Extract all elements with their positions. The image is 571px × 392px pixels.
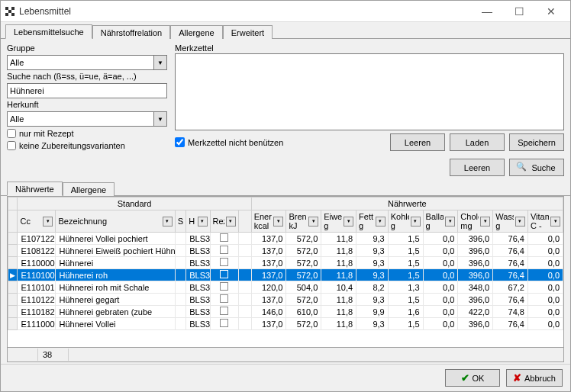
table-row[interactable]: E110000HühnereiBLS3137,0572,011,89,31,50… xyxy=(8,257,563,269)
chk-keine-zubereitung[interactable]: keine Zubereitungsvarianten xyxy=(7,140,167,151)
row-indicator xyxy=(8,294,18,306)
rezept-checkbox[interactable] xyxy=(220,258,228,266)
col-header-energ[interactable]: Energkcal▾ xyxy=(251,210,286,233)
close-button[interactable]: ✕ xyxy=(535,2,567,21)
suche-button[interactable]: Suche xyxy=(509,159,564,176)
cell-energ: 137,0 xyxy=(251,269,286,281)
cell-bez: Hühnerei Eiweiß pochiert Hühn xyxy=(56,245,175,257)
col-header-sy[interactable]: Sy xyxy=(175,210,186,233)
sort-icon[interactable]: ▾ xyxy=(550,217,560,227)
table-row[interactable]: ▶E110100Hühnerei rohBLS3137,0572,011,89,… xyxy=(8,269,563,281)
col-header-bez[interactable]: Bezeichnung▾ xyxy=(56,210,175,233)
table-row[interactable]: E110182Hühnerei gebraten (zubeBLS3146,06… xyxy=(8,306,563,318)
rezept-checkbox[interactable] xyxy=(220,270,228,278)
grid-area: StandardNährwerteCc▾Bezeichnung▾SyH▾Reze… xyxy=(1,196,570,364)
cell-chole: 396,0 xyxy=(458,257,493,269)
sort-icon[interactable]: ▾ xyxy=(198,217,208,227)
leeren-button-merk[interactable]: Leeren xyxy=(390,133,445,151)
results-grid[interactable]: StandardNährwerteCc▾Bezeichnung▾SyH▾Reze… xyxy=(7,196,564,348)
cell-vitc: 0,0 xyxy=(527,318,563,330)
tab-allergene[interactable]: Allergene xyxy=(170,25,222,39)
sort-icon[interactable]: ▾ xyxy=(43,217,53,227)
nur-mit-rezept-checkbox[interactable] xyxy=(7,129,16,138)
gruppe-field[interactable] xyxy=(7,55,153,70)
rezept-checkbox[interactable] xyxy=(220,307,228,315)
sort-icon[interactable]: ▾ xyxy=(515,217,525,227)
gruppe-combo[interactable]: ▼ xyxy=(7,55,167,70)
col-header-h[interactable]: H▾ xyxy=(186,210,210,233)
herkunft-field[interactable] xyxy=(7,111,153,127)
sort-icon[interactable]: ▾ xyxy=(226,217,236,227)
herkunft-combo[interactable]: ▼ xyxy=(7,111,167,127)
table-row[interactable]: E108122Hühnerei Eiweiß pochiert HühnBLS3… xyxy=(8,245,563,257)
cell-blank xyxy=(238,269,251,281)
col-header-eiweiss[interactable]: Eiweißg▾ xyxy=(321,210,356,233)
cell-brenn: 572,0 xyxy=(286,269,321,281)
tab-naehrstoffrelation[interactable]: Nährstoffrelation xyxy=(92,25,171,39)
cell-code: E111000 xyxy=(18,318,56,330)
sort-icon[interactable]: ▾ xyxy=(344,217,353,227)
cell-energ: 137,0 xyxy=(251,257,286,269)
col-header-fett[interactable]: Fettg▾ xyxy=(356,210,389,233)
tab-naehrwerte[interactable]: Nährwerte xyxy=(7,182,63,196)
cell-sy xyxy=(175,294,186,306)
col-header-wasser[interactable]: Wasseg▾ xyxy=(493,210,528,233)
rezept-checkbox[interactable] xyxy=(220,319,228,327)
cell-energ: 120,0 xyxy=(251,281,286,294)
chk-nur-mit-rezept[interactable]: nur mit Rezept xyxy=(7,128,167,139)
rezept-checkbox[interactable] xyxy=(220,233,228,242)
chk-merkzettel-nicht[interactable]: Merkzettel nicht benützen xyxy=(175,137,386,147)
mid-button-bar: Leeren Suche xyxy=(1,154,570,181)
sort-icon[interactable]: ▾ xyxy=(480,217,490,227)
laden-button[interactable]: Laden xyxy=(450,133,505,151)
keine-zubereitung-checkbox[interactable] xyxy=(7,141,16,150)
abbruch-label: Abbruch xyxy=(524,374,556,383)
tab-erweitert[interactable]: Erweitert xyxy=(223,25,273,39)
leeren-button[interactable]: Leeren xyxy=(450,159,505,176)
herkunft-dropdown-icon[interactable]: ▼ xyxy=(153,111,167,127)
rezept-checkbox[interactable] xyxy=(220,246,228,254)
col-header-rezep[interactable]: Rezep▾ xyxy=(210,210,238,233)
col-header-blank[interactable] xyxy=(238,210,251,233)
sort-icon[interactable]: ▾ xyxy=(273,217,283,227)
abbruch-button[interactable]: ✘ Abbruch xyxy=(506,369,563,387)
cell-eiweiss: 10,4 xyxy=(321,281,356,294)
cell-rezep xyxy=(210,257,238,269)
cell-ballast: 0,0 xyxy=(423,245,458,257)
rezept-checkbox[interactable] xyxy=(220,294,228,303)
speichern-button[interactable]: Speichern xyxy=(509,133,564,151)
row-indicator xyxy=(8,318,18,330)
cell-brenn: 572,0 xyxy=(286,245,321,257)
ok-button[interactable]: ✔ OK xyxy=(445,369,500,387)
minimize-button[interactable]: — xyxy=(471,2,503,21)
col-header-brenn[interactable]: BrennkJ▾ xyxy=(286,210,321,233)
merkzettel-nicht-checkbox[interactable] xyxy=(175,137,185,147)
table-row[interactable]: E107122Hühnerei Vollei pochiertBLS3137,0… xyxy=(8,233,563,245)
cell-kohle: 1,6 xyxy=(388,306,423,318)
gruppe-dropdown-icon[interactable]: ▼ xyxy=(153,55,167,70)
col-header-vitc[interactable]: VitamiC -▾ xyxy=(527,210,563,233)
cell-kohle: 1,3 xyxy=(388,281,423,294)
search-input[interactable] xyxy=(7,83,167,98)
table-row[interactable]: E111000Hühnerei VolleiBLS3137,0572,011,8… xyxy=(8,318,563,330)
rezept-checkbox[interactable] xyxy=(220,282,228,291)
sort-icon[interactable]: ▾ xyxy=(308,217,318,227)
col-header-ballast[interactable]: Ballasg▾ xyxy=(423,210,458,233)
col-header-code[interactable]: Cc▾ xyxy=(18,210,56,233)
sort-icon[interactable]: ▾ xyxy=(445,217,455,227)
tab-lebensmittelsuche[interactable]: Lebensmittelsuche xyxy=(5,24,92,39)
col-header-chole[interactable]: Cholemg▾ xyxy=(458,210,493,233)
sort-icon[interactable]: ▾ xyxy=(411,217,421,227)
table-row[interactable]: E110101Hühnerei roh mit SchaleBLS3120,05… xyxy=(8,281,563,294)
cell-energ: 137,0 xyxy=(251,233,286,245)
sort-icon[interactable]: ▾ xyxy=(376,217,386,227)
cell-eiweiss: 11,8 xyxy=(321,306,356,318)
sort-icon[interactable]: ▾ xyxy=(163,217,173,227)
maximize-button[interactable]: ☐ xyxy=(503,2,535,21)
col-header-kohle[interactable]: Kohlerg▾ xyxy=(388,210,423,233)
table-row[interactable]: E110122Hühnerei gegartBLS3137,0572,011,8… xyxy=(8,294,563,306)
tab-grid-allergene[interactable]: Allergene xyxy=(63,182,115,196)
cell-blank xyxy=(238,257,251,269)
cell-energ: 137,0 xyxy=(251,245,286,257)
merkzettel-textarea[interactable] xyxy=(175,53,564,130)
